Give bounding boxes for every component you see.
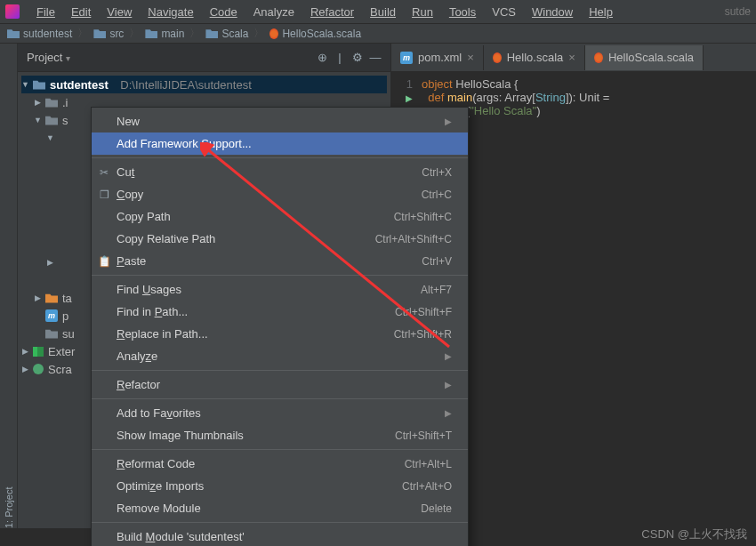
menu-window[interactable]: Window [526,4,579,20]
menu-navigate[interactable]: Navigate [141,4,199,20]
context-item[interactable]: Copy Relative PathCtrl+Alt+Shift+C [92,228,468,250]
context-item[interactable]: ❐CopyCtrl+C [92,183,468,205]
context-item[interactable]: Copy PathCtrl+Shift+C [92,205,468,228]
menu-run[interactable]: Run [406,4,439,20]
context-separator [92,449,468,450]
gear-icon[interactable]: ⚙ [351,51,364,64]
maven-icon: m [45,309,58,322]
context-item[interactable]: Replace in Path...Ctrl+Shift+R [92,323,468,345]
context-item[interactable]: Add to Favorites▶ [92,402,468,424]
context-separator [92,522,468,523]
context-separator [92,275,468,276]
close-icon[interactable]: × [568,51,575,64]
close-icon[interactable]: × [467,51,474,64]
bc-scala[interactable]: Scala [205,28,248,40]
context-item[interactable]: ✂CutCtrl+X [92,161,468,183]
context-item[interactable]: Remove ModuleDelete [92,497,468,519]
tab-hello[interactable]: Hello.scala× [484,45,585,70]
context-separator [92,370,468,371]
context-separator [92,157,468,158]
context-item[interactable]: Find UsagesAlt+F7 [92,278,468,301]
scala-file-icon [493,52,502,63]
bc-project[interactable]: sutdentest [7,28,72,40]
divider: | [334,51,346,64]
module-icon [45,329,58,339]
user-label: sutde [725,5,751,18]
bc-file[interactable]: HelloScala.scala [269,28,361,40]
target-icon[interactable]: ⊕ [316,51,328,64]
menubar: File Edit View Navigate Code Analyze Ref… [0,0,756,23]
library-icon [33,347,44,357]
minimize-icon[interactable]: — [369,51,382,64]
maven-icon: m [400,52,413,64]
ctx-icon: ❐ [98,189,110,201]
menu-file[interactable]: File [30,4,61,20]
context-separator [92,398,468,399]
menu-code[interactable]: Code [204,4,244,20]
menu-vcs[interactable]: VCS [486,4,522,20]
folder-icon [93,28,106,38]
folder-icon [45,116,58,125]
folder-icon [45,98,58,108]
context-item[interactable]: Reformat CodeCtrl+Alt+L [92,453,468,475]
context-item[interactable]: Build Module 'sutdentest' [92,526,468,546]
tab-pom[interactable]: mpom.xml× [391,45,484,70]
context-item[interactable]: Refactor▶ [92,373,468,396]
project-icon [33,80,45,90]
folder-icon [205,28,218,38]
context-item[interactable]: New▶ [92,110,468,132]
ctx-icon: 📋 [98,255,110,268]
watermark: CSDN @上火不找我 [641,526,747,542]
scratch-icon [33,364,44,374]
ij-logo-icon [5,4,20,19]
bc-src[interactable]: src [93,28,124,40]
context-menu: New▶Add Framework Support...✂CutCtrl+X❐C… [91,107,469,546]
breadcrumb: sutdentest 〉 src 〉 main 〉 Scala 〉 HelloS… [0,23,756,44]
context-item[interactable]: 📋PasteCtrl+V [92,250,468,272]
context-item[interactable]: Add Framework Support... [92,132,468,155]
scala-file-icon [594,52,603,63]
scala-file-icon [269,28,278,39]
context-item[interactable]: Analyze▶ [92,345,468,367]
run-gutter-icon[interactable]: ▶ [406,93,413,103]
menu-build[interactable]: Build [364,4,402,20]
menu-edit[interactable]: Edit [65,4,97,20]
project-view-selector[interactable]: Project [27,51,70,64]
menu-refactor[interactable]: Refactor [304,4,360,20]
folder-icon [45,293,58,303]
project-tool-label: 1: Project [4,49,14,528]
bc-main[interactable]: main [145,28,184,40]
menu-tools[interactable]: Tools [443,4,482,20]
context-item[interactable]: Find in Path...Ctrl+Shift+F [92,301,468,323]
menu-help[interactable]: Help [583,4,619,20]
context-item[interactable]: Optimize ImportsCtrl+Alt+O [92,475,468,497]
tree-root[interactable]: ▼sutdentest D:\IntelliJIDEA\sutdentest [21,76,387,93]
side-tool-strip[interactable]: 1: Project [0,44,18,528]
context-item[interactable]: Show Image ThumbnailsCtrl+Shift+T [92,424,468,446]
folder-icon [7,28,20,38]
folder-icon [145,28,157,38]
menu-analyze[interactable]: Analyze [247,4,301,20]
tab-helloscala[interactable]: HelloScala.scala [585,45,704,70]
menu-view[interactable]: View [101,4,138,20]
ctx-icon: ✂ [98,166,110,179]
editor-tabs: mpom.xml× Hello.scala× HelloScala.scala [391,44,756,72]
project-panel-header: Project ⊕ | ⚙ — [18,44,390,72]
